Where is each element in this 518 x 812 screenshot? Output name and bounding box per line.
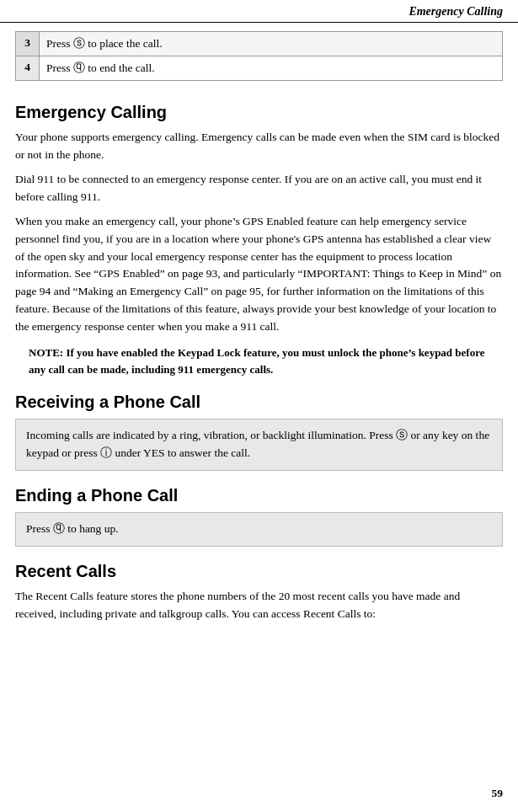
emergency-para-3: When you make an emergency call, your ph… [15, 213, 503, 336]
section-title-emergency: Emergency Calling [15, 103, 503, 122]
note-label: NOTE: [29, 346, 63, 359]
main-content: Emergency Calling Your phone supports em… [0, 81, 518, 647]
step-text: Press ⓠ to end the call. [40, 56, 503, 81]
step-number: 3 [16, 32, 40, 56]
recent-calls-para-1: The Recent Calls feature stores the phon… [15, 588, 503, 623]
section-title-recent-calls: Recent Calls [15, 562, 503, 581]
table-row: 4Press ⓠ to end the call. [16, 56, 503, 81]
section-title-ending: Ending a Phone Call [15, 486, 503, 505]
section-recent-calls: Recent Calls The Recent Calls feature st… [15, 562, 503, 623]
section-ending-call: Ending a Phone Call Press ⓠ to hang up. [15, 486, 503, 547]
receiving-shaded-box: Incoming calls are indicated by a ring, … [15, 419, 503, 471]
step-table: 3Press ⓢ to place the call.4Press ⓠ to e… [15, 31, 503, 81]
section-emergency-calling: Emergency Calling Your phone supports em… [15, 103, 503, 377]
page-header: Emergency Calling [0, 0, 518, 23]
emergency-para-1: Your phone supports emergency calling. E… [15, 129, 503, 164]
section-title-receiving: Receiving a Phone Call [15, 393, 503, 412]
note-content: If you have enabled the Keypad Lock feat… [29, 346, 484, 376]
note-block: NOTE: If you have enabled the Keypad Loc… [15, 345, 503, 377]
section-receiving-call: Receiving a Phone Call Incoming calls ar… [15, 393, 503, 471]
step-number: 4 [16, 56, 40, 81]
ending-shaded-box: Press ⓠ to hang up. [15, 512, 503, 547]
step-text: Press ⓢ to place the call. [40, 32, 503, 56]
emergency-para-2: Dial 911 to be connected to an emergency… [15, 171, 503, 206]
table-row: 3Press ⓢ to place the call. [16, 32, 503, 56]
page-number: 59 [492, 787, 504, 800]
note-text: NOTE: If you have enabled the Keypad Loc… [29, 345, 503, 377]
